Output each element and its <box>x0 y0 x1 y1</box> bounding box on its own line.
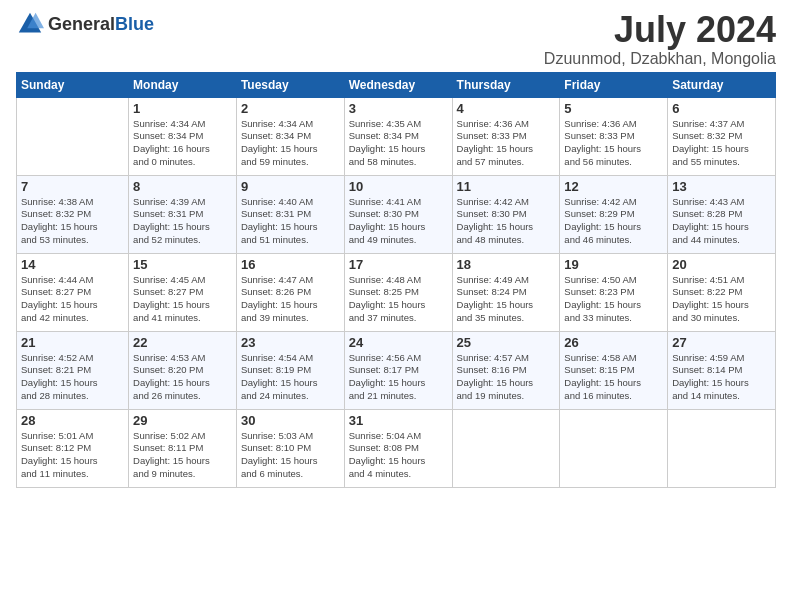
calendar-cell <box>17 97 129 175</box>
day-number: 7 <box>21 179 124 194</box>
calendar-cell: 4Sunrise: 4:36 AM Sunset: 8:33 PM Daylig… <box>452 97 560 175</box>
day-number: 30 <box>241 413 340 428</box>
day-info: Sunrise: 4:44 AM Sunset: 8:27 PM Dayligh… <box>21 274 124 325</box>
calendar-cell: 12Sunrise: 4:42 AM Sunset: 8:29 PM Dayli… <box>560 175 668 253</box>
calendar-cell: 23Sunrise: 4:54 AM Sunset: 8:19 PM Dayli… <box>236 331 344 409</box>
day-info: Sunrise: 5:01 AM Sunset: 8:12 PM Dayligh… <box>21 430 124 481</box>
calendar-cell: 31Sunrise: 5:04 AM Sunset: 8:08 PM Dayli… <box>344 409 452 487</box>
calendar-cell: 10Sunrise: 4:41 AM Sunset: 8:30 PM Dayli… <box>344 175 452 253</box>
day-number: 1 <box>133 101 232 116</box>
day-number: 11 <box>457 179 556 194</box>
day-number: 23 <box>241 335 340 350</box>
day-info: Sunrise: 4:58 AM Sunset: 8:15 PM Dayligh… <box>564 352 663 403</box>
day-info: Sunrise: 4:34 AM Sunset: 8:34 PM Dayligh… <box>241 118 340 169</box>
day-info: Sunrise: 4:38 AM Sunset: 8:32 PM Dayligh… <box>21 196 124 247</box>
day-number: 21 <box>21 335 124 350</box>
day-info: Sunrise: 4:37 AM Sunset: 8:32 PM Dayligh… <box>672 118 771 169</box>
calendar-cell: 3Sunrise: 4:35 AM Sunset: 8:34 PM Daylig… <box>344 97 452 175</box>
day-number: 6 <box>672 101 771 116</box>
calendar-body: 1Sunrise: 4:34 AM Sunset: 8:34 PM Daylig… <box>17 97 776 487</box>
day-number: 4 <box>457 101 556 116</box>
day-info: Sunrise: 4:47 AM Sunset: 8:26 PM Dayligh… <box>241 274 340 325</box>
calendar-cell <box>560 409 668 487</box>
day-info: Sunrise: 5:03 AM Sunset: 8:10 PM Dayligh… <box>241 430 340 481</box>
header-row-days: Sunday Monday Tuesday Wednesday Thursday… <box>17 72 776 97</box>
day-number: 28 <box>21 413 124 428</box>
calendar-cell: 26Sunrise: 4:58 AM Sunset: 8:15 PM Dayli… <box>560 331 668 409</box>
day-number: 8 <box>133 179 232 194</box>
day-number: 22 <box>133 335 232 350</box>
day-info: Sunrise: 4:42 AM Sunset: 8:30 PM Dayligh… <box>457 196 556 247</box>
col-sunday: Sunday <box>17 72 129 97</box>
calendar-container: GeneralBlue July 2024 Dzuunmod, Dzabkhan… <box>0 0 792 494</box>
day-info: Sunrise: 4:52 AM Sunset: 8:21 PM Dayligh… <box>21 352 124 403</box>
logo-general-text: GeneralBlue <box>48 14 154 35</box>
calendar-cell <box>452 409 560 487</box>
day-info: Sunrise: 4:54 AM Sunset: 8:19 PM Dayligh… <box>241 352 340 403</box>
calendar-cell: 30Sunrise: 5:03 AM Sunset: 8:10 PM Dayli… <box>236 409 344 487</box>
day-number: 12 <box>564 179 663 194</box>
day-info: Sunrise: 4:35 AM Sunset: 8:34 PM Dayligh… <box>349 118 448 169</box>
calendar-week-2: 7Sunrise: 4:38 AM Sunset: 8:32 PM Daylig… <box>17 175 776 253</box>
day-number: 16 <box>241 257 340 272</box>
calendar-cell: 28Sunrise: 5:01 AM Sunset: 8:12 PM Dayli… <box>17 409 129 487</box>
calendar-cell: 19Sunrise: 4:50 AM Sunset: 8:23 PM Dayli… <box>560 253 668 331</box>
day-number: 24 <box>349 335 448 350</box>
day-number: 13 <box>672 179 771 194</box>
day-info: Sunrise: 4:41 AM Sunset: 8:30 PM Dayligh… <box>349 196 448 247</box>
calendar-table: Sunday Monday Tuesday Wednesday Thursday… <box>16 72 776 488</box>
day-info: Sunrise: 4:51 AM Sunset: 8:22 PM Dayligh… <box>672 274 771 325</box>
calendar-cell: 25Sunrise: 4:57 AM Sunset: 8:16 PM Dayli… <box>452 331 560 409</box>
calendar-cell: 22Sunrise: 4:53 AM Sunset: 8:20 PM Dayli… <box>129 331 237 409</box>
day-number: 31 <box>349 413 448 428</box>
month-title: July 2024 <box>544 10 776 50</box>
day-info: Sunrise: 4:39 AM Sunset: 8:31 PM Dayligh… <box>133 196 232 247</box>
day-info: Sunrise: 4:53 AM Sunset: 8:20 PM Dayligh… <box>133 352 232 403</box>
day-info: Sunrise: 4:34 AM Sunset: 8:34 PM Dayligh… <box>133 118 232 169</box>
calendar-cell: 2Sunrise: 4:34 AM Sunset: 8:34 PM Daylig… <box>236 97 344 175</box>
day-number: 18 <box>457 257 556 272</box>
calendar-cell: 8Sunrise: 4:39 AM Sunset: 8:31 PM Daylig… <box>129 175 237 253</box>
calendar-cell: 5Sunrise: 4:36 AM Sunset: 8:33 PM Daylig… <box>560 97 668 175</box>
col-friday: Friday <box>560 72 668 97</box>
day-number: 2 <box>241 101 340 116</box>
day-number: 20 <box>672 257 771 272</box>
day-info: Sunrise: 4:43 AM Sunset: 8:28 PM Dayligh… <box>672 196 771 247</box>
logo-icon <box>16 10 44 38</box>
col-saturday: Saturday <box>668 72 776 97</box>
header-row: GeneralBlue July 2024 Dzuunmod, Dzabkhan… <box>16 10 776 68</box>
col-monday: Monday <box>129 72 237 97</box>
day-info: Sunrise: 4:49 AM Sunset: 8:24 PM Dayligh… <box>457 274 556 325</box>
day-info: Sunrise: 4:36 AM Sunset: 8:33 PM Dayligh… <box>564 118 663 169</box>
day-number: 27 <box>672 335 771 350</box>
day-number: 9 <box>241 179 340 194</box>
calendar-cell: 1Sunrise: 4:34 AM Sunset: 8:34 PM Daylig… <box>129 97 237 175</box>
day-info: Sunrise: 5:02 AM Sunset: 8:11 PM Dayligh… <box>133 430 232 481</box>
day-number: 29 <box>133 413 232 428</box>
day-number: 17 <box>349 257 448 272</box>
day-number: 10 <box>349 179 448 194</box>
calendar-week-1: 1Sunrise: 4:34 AM Sunset: 8:34 PM Daylig… <box>17 97 776 175</box>
day-number: 19 <box>564 257 663 272</box>
calendar-week-5: 28Sunrise: 5:01 AM Sunset: 8:12 PM Dayli… <box>17 409 776 487</box>
day-info: Sunrise: 4:42 AM Sunset: 8:29 PM Dayligh… <box>564 196 663 247</box>
day-info: Sunrise: 4:59 AM Sunset: 8:14 PM Dayligh… <box>672 352 771 403</box>
calendar-cell: 13Sunrise: 4:43 AM Sunset: 8:28 PM Dayli… <box>668 175 776 253</box>
day-info: Sunrise: 4:36 AM Sunset: 8:33 PM Dayligh… <box>457 118 556 169</box>
location-title: Dzuunmod, Dzabkhan, Mongolia <box>544 50 776 68</box>
col-tuesday: Tuesday <box>236 72 344 97</box>
day-number: 5 <box>564 101 663 116</box>
calendar-cell: 17Sunrise: 4:48 AM Sunset: 8:25 PM Dayli… <box>344 253 452 331</box>
calendar-cell: 24Sunrise: 4:56 AM Sunset: 8:17 PM Dayli… <box>344 331 452 409</box>
day-number: 15 <box>133 257 232 272</box>
calendar-cell: 18Sunrise: 4:49 AM Sunset: 8:24 PM Dayli… <box>452 253 560 331</box>
calendar-cell: 9Sunrise: 4:40 AM Sunset: 8:31 PM Daylig… <box>236 175 344 253</box>
day-info: Sunrise: 4:56 AM Sunset: 8:17 PM Dayligh… <box>349 352 448 403</box>
logo: GeneralBlue <box>16 10 154 38</box>
calendar-cell: 14Sunrise: 4:44 AM Sunset: 8:27 PM Dayli… <box>17 253 129 331</box>
calendar-cell: 29Sunrise: 5:02 AM Sunset: 8:11 PM Dayli… <box>129 409 237 487</box>
day-number: 14 <box>21 257 124 272</box>
calendar-cell: 16Sunrise: 4:47 AM Sunset: 8:26 PM Dayli… <box>236 253 344 331</box>
day-info: Sunrise: 5:04 AM Sunset: 8:08 PM Dayligh… <box>349 430 448 481</box>
calendar-cell <box>668 409 776 487</box>
